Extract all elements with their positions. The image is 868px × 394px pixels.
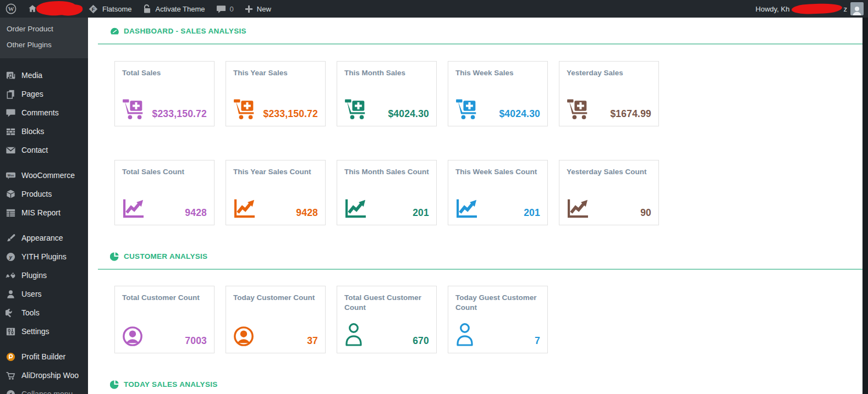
sidebar-item-alidropship-woo[interactable]: AliDropship Woo — [0, 366, 88, 385]
flatsome-menu-button[interactable]: F Flatsome — [83, 0, 137, 18]
sidebar-item-users[interactable]: Users — [0, 285, 88, 303]
sidebar-subitem-order-product[interactable]: Order Product — [0, 21, 88, 37]
card-value: 9428 — [185, 207, 207, 219]
card-title: This Month Sales — [344, 68, 429, 78]
sidebar-item-plugins[interactable]: Plugins — [0, 266, 88, 285]
card-title: Yesterday Sales — [567, 68, 651, 78]
chart-line-icon — [455, 198, 478, 219]
stat-card-today-customer-count: Today Customer Count 37 — [226, 286, 326, 353]
svg-text:F: F — [92, 6, 95, 12]
activate-theme-button[interactable]: Activate Theme — [137, 0, 210, 18]
section-divider — [98, 269, 862, 270]
card-value: 670 — [413, 335, 429, 347]
new-content-button[interactable]: New — [239, 0, 277, 18]
svg-text:Woo: Woo — [7, 173, 14, 176]
sidebar-item-pages[interactable]: Pages — [0, 85, 88, 103]
pie-chart-icon — [110, 380, 119, 389]
cart-plus-icon — [122, 98, 147, 120]
wordpress-logo-icon: W — [6, 3, 17, 14]
avatar[interactable] — [850, 2, 864, 15]
chart-line-icon — [344, 198, 367, 219]
chart-line-icon — [233, 198, 256, 219]
sidebar-item-label: Plugins — [21, 271, 47, 280]
sidebar-item-label: Users — [21, 290, 42, 298]
dashboard-content: DASHBOARD - SALES ANALYSIS Total Sales $… — [88, 18, 862, 394]
sidebar-item-products[interactable]: Products — [0, 185, 88, 203]
sidebar-item-tools[interactable]: Tools — [0, 303, 88, 322]
card-value: 90 — [640, 207, 651, 219]
stat-card-today-guest-customer-count: Today Guest Customer Count 7 — [448, 286, 548, 353]
section-title-today-sales-analysis: TODAY SALES ANALYSIS — [110, 380, 862, 389]
sidebar-item-mis-report[interactable]: MIS Report — [0, 203, 88, 222]
products-box-icon — [5, 188, 16, 199]
sidebar-item-label: AliDropship Woo — [21, 371, 79, 380]
card-title: This Year Sales Count — [233, 167, 318, 177]
card-value: 201 — [413, 207, 429, 219]
comments-count: 0 — [230, 5, 234, 13]
sidebar-item-woocommerce[interactable]: Woo WooCommerce — [0, 166, 88, 185]
card-value: $233,150.72 — [263, 108, 318, 120]
sidebar-item-label: Pages — [21, 90, 43, 98]
card-title: Total Customer Count — [122, 293, 207, 303]
collapse-menu-button[interactable]: Collapse menu — [0, 385, 88, 394]
card-title: Total Guest Customer Count — [344, 293, 429, 313]
sidebar-item-label: Collapse menu — [21, 390, 73, 394]
section-divider — [98, 43, 862, 45]
sidebar-item-label: Blocks — [21, 127, 44, 136]
card-value: 9428 — [296, 207, 318, 219]
sidebar-item-label: Products — [21, 190, 52, 198]
sidebar-item-comments[interactable]: Comments — [0, 103, 88, 122]
cart-plus-icon — [233, 98, 259, 120]
unlock-icon — [142, 4, 151, 14]
card-value: $233,150.72 — [152, 108, 207, 120]
wordpress-admin-dashboard: W F Flatsome Activate Theme — [0, 0, 868, 394]
plugins-plug-icon — [5, 270, 16, 281]
wordpress-logo-button[interactable]: W — [0, 0, 22, 18]
comments-icon — [5, 107, 16, 118]
sidebar-item-contact[interactable]: Contact — [0, 141, 88, 159]
stat-card-total-sales-count: Total Sales Count 9428 — [114, 160, 215, 225]
card-value: $4024.30 — [499, 108, 540, 120]
stat-card-this-month-sales: This Month Sales $4024.30 — [337, 61, 437, 126]
activate-theme-label: Activate Theme — [155, 5, 205, 13]
howdy-text: Howdy, Kh — [756, 5, 790, 13]
sidebar-item-label: Profit Builder — [21, 352, 65, 361]
card-title: Today Guest Customer Count — [455, 293, 540, 313]
comments-button[interactable]: 0 — [211, 0, 239, 18]
card-value: 201 — [524, 207, 540, 219]
card-value: $1674.99 — [610, 108, 651, 120]
sidebar-item-appearance[interactable]: Appearance — [0, 229, 88, 247]
sidebar-item-profit-builder[interactable]: Profit Builder — [0, 347, 88, 366]
sidebar-item-media[interactable]: Media — [0, 66, 88, 85]
stat-card-total-guest-customer-count: Total Guest Customer Count 670 — [337, 286, 437, 353]
chart-line-icon — [122, 198, 145, 219]
yith-icon: y — [5, 251, 16, 262]
card-title: Total Sales Count — [122, 167, 207, 177]
card-title: Yesterday Sales Count — [567, 167, 651, 177]
sales-count-cards-row: Total Sales Count 9428 This Year Sales C… — [114, 160, 862, 225]
sidebar-item-label: Contact — [21, 146, 48, 154]
flatsome-icon: F — [88, 4, 98, 14]
guest-user-icon — [344, 323, 363, 347]
page-scrollbar[interactable] — [862, 18, 868, 394]
svg-text:W: W — [8, 5, 14, 12]
user-silhouette-icon — [851, 5, 862, 15]
sidebar-item-blocks[interactable]: Blocks — [0, 122, 88, 141]
card-title: This Month Sales Count — [344, 167, 429, 177]
flatsome-label: Flatsome — [102, 5, 131, 13]
svg-text:y: y — [8, 253, 12, 259]
card-value: 37 — [307, 335, 318, 347]
mis-report-table-icon — [5, 207, 16, 218]
cart-plus-icon — [344, 98, 370, 120]
sidebar-subitem-other-plugins[interactable]: Other Plugins — [0, 37, 88, 53]
users-icon — [5, 288, 16, 299]
sidebar-item-label: Settings — [21, 327, 50, 336]
site-name-button[interactable] — [22, 0, 83, 18]
sidebar-item-label: YITH Plugins — [21, 252, 67, 261]
blocks-icon — [5, 126, 16, 137]
sidebar-item-settings[interactable]: Settings — [0, 322, 88, 341]
sidebar-item-label: Media — [21, 71, 42, 80]
account-menu[interactable]: Howdy, Khz — [756, 2, 868, 15]
sidebar-item-yith-plugins[interactable]: y YITH Plugins — [0, 247, 88, 266]
card-value: 7003 — [185, 335, 207, 347]
